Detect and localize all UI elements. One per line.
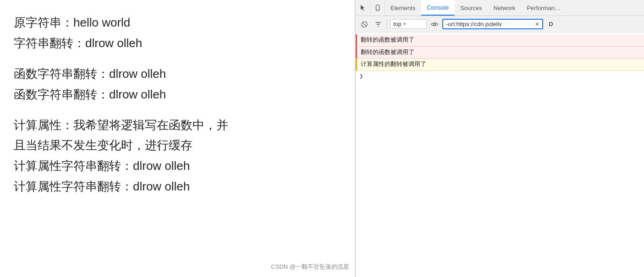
console-entry-text-1: 翻转的函数被调用了 [361,36,640,45]
line-3: 函数字符串翻转：dlrow olleh [14,64,341,84]
svg-marker-0 [361,5,364,11]
d-button[interactable]: D [545,18,557,30]
url-filter-text: -url:https://cdn.jsdeliv [446,21,533,27]
spacer-1 [14,54,341,64]
content-lines: 原字符串：hello world 字符串翻转：dlrow olleh 函数字符串… [14,13,341,196]
line-5: 计算属性：我希望将逻辑写在函数中，并 [14,115,341,135]
svg-rect-2 [377,10,378,10]
line-7: 计算属性字符串翻转：dlrow olleh [14,156,341,176]
svg-point-5 [434,23,435,25]
inspect-icon[interactable] [356,0,370,16]
devtools-toolbar: top ▾ -url:https://cdn.jsdeliv ✕ D [356,16,644,33]
context-label: top [393,21,402,27]
url-filter-clear-icon[interactable]: ✕ [535,21,539,27]
console-entry-error-2: 翻转的函数被调用了 [356,47,644,59]
svg-line-4 [363,23,366,26]
caret-symbol: ❯ [359,72,363,80]
spacer-2 [14,105,341,115]
console-caret: ❯ [356,71,644,81]
line-6: 且当结果不发生变化时，进行缓存 [14,136,341,155]
toolbar-separator-1 [387,20,387,29]
console-output: 翻转的函数被调用了 翻转的函数被调用了 计算属性的翻转被调用了 ❯ [356,33,644,277]
line-2: 字符串翻转：dlrow olleh [14,33,341,53]
devtools-panel: Elements Console Sources Network Perform… [355,0,644,277]
mobile-icon[interactable] [370,0,385,16]
console-entry-error-1: 翻转的函数被调用了 [356,34,644,47]
console-entry-warn-1: 计算属性的翻转被调用了 [356,59,644,71]
main-content: 原字符串：hello world 字符串翻转：dlrow olleh 函数字符串… [0,0,355,277]
context-chevron: ▾ [403,21,406,27]
line-4: 函数字符串翻转：dlrow olleh [14,85,341,104]
tab-sources[interactable]: Sources [455,0,488,16]
watermark: CSDN @一颗不甘坠落的流星 [271,262,349,272]
line-1: 原字符串：hello world [14,13,341,33]
filter-button[interactable] [372,18,384,30]
tab-elements[interactable]: Elements [385,0,421,16]
url-filter-input[interactable]: -url:https://cdn.jsdeliv ✕ [442,19,543,29]
tab-console[interactable]: Console [421,0,455,16]
line-8: 计算属性字符串翻转：dlrow olleh [14,177,341,196]
clear-console-button[interactable] [358,18,370,30]
eye-icon[interactable] [429,18,440,30]
console-entry-text-3: 计算属性的翻转被调用了 [361,60,640,69]
tab-network[interactable]: Network [488,0,522,16]
tab-performance[interactable]: Performan… [521,0,567,16]
context-selector[interactable]: top ▾ [390,19,427,29]
console-entry-text-2: 翻转的函数被调用了 [361,48,640,57]
devtools-tab-bar: Elements Console Sources Network Perform… [356,0,644,16]
